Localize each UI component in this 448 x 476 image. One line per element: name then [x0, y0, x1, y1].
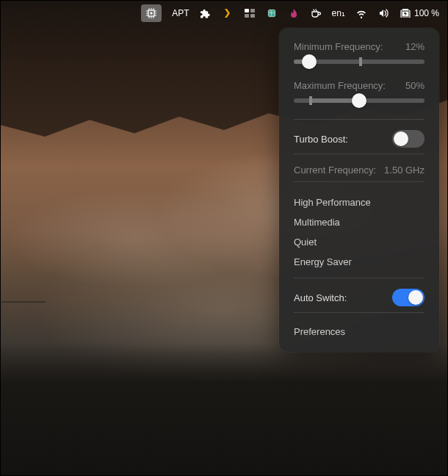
turbo-label: Turbo Boost:	[294, 134, 348, 145]
cpu-tray-indicator[interactable]	[141, 4, 162, 22]
turbo-toggle[interactable]	[392, 130, 424, 148]
cpu-chip-icon	[145, 7, 157, 19]
divider	[294, 278, 424, 278]
battery-tray[interactable]: 100 %	[400, 4, 439, 22]
clover-icon[interactable]	[266, 7, 278, 19]
flame-icon[interactable]	[288, 7, 300, 19]
min-freq-value: 12%	[405, 41, 424, 52]
svg-point-21	[271, 12, 275, 17]
volume-icon[interactable]	[377, 7, 389, 19]
divider	[294, 312, 424, 313]
apt-tray[interactable]: APT	[172, 4, 189, 22]
svg-rect-15	[250, 9, 255, 12]
svg-rect-16	[245, 14, 249, 18]
svg-rect-1	[151, 12, 153, 15]
caffeine-icon[interactable]	[310, 7, 322, 19]
apt-label: APT	[172, 8, 189, 18]
extension-icon[interactable]	[200, 7, 212, 19]
divider	[294, 119, 424, 120]
min-freq-label: Minimum Frequency:	[294, 41, 383, 52]
max-freq-value: 50%	[405, 80, 424, 91]
auto-switch-toggle[interactable]	[392, 289, 424, 306]
top-menubar: APT en₁ 100 %	[0, 3, 448, 24]
keyboard-lang[interactable]: en₁	[332, 4, 345, 22]
max-freq-label: Maximum Frequency:	[294, 80, 386, 91]
svg-rect-14	[245, 9, 249, 12]
divider	[294, 181, 424, 182]
min-freq-slider[interactable]	[294, 60, 424, 64]
divider	[294, 154, 424, 154]
profile-high-performance[interactable]: High Performance	[294, 192, 424, 212]
profile-multimedia[interactable]: Multimedia	[294, 212, 424, 232]
lang-label: en₁	[332, 8, 345, 18]
profile-energy-saver[interactable]: Energy Saver	[294, 252, 424, 272]
auto-switch-label: Auto Switch:	[294, 292, 347, 303]
profile-quiet[interactable]: Quiet	[294, 232, 424, 252]
preferences-item[interactable]: Preferences	[294, 323, 424, 340]
cpu-freq-panel: Minimum Frequency: 12% Maximum Frequency…	[279, 28, 439, 352]
svg-rect-17	[250, 14, 255, 18]
plex-icon[interactable]	[222, 7, 234, 19]
current-freq-value: 1.50 GHz	[384, 165, 424, 176]
workspace-icon[interactable]	[244, 7, 256, 19]
current-freq-label: Current Frequency:	[294, 165, 376, 176]
battery-percent: 100 %	[414, 8, 439, 18]
max-freq-slider[interactable]	[294, 98, 424, 103]
battery-icon	[400, 7, 411, 19]
wifi-icon[interactable]	[355, 7, 367, 19]
